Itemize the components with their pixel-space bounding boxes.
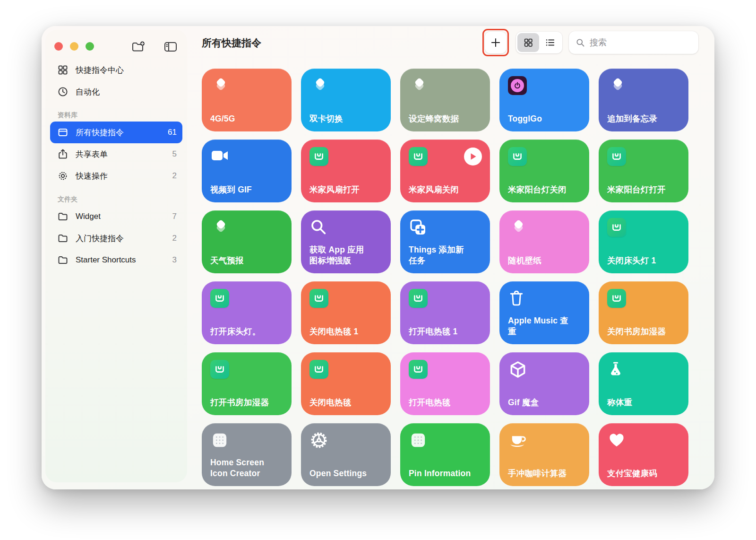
toggle-sidebar-button[interactable] [163,40,178,53]
shortcuts-window: 快捷指令中心 自动化 资料库 所有快捷指令 61 共享表单 5 快速操作 2文件… [42,26,714,489]
shortcut-card-label: 打开电热毯 1 [409,326,481,337]
sidebar-section-title: 文件夹 [58,195,182,204]
view-mode-segmented-control [516,32,562,53]
grid-view-icon [523,37,533,48]
zoom-window-button[interactable] [86,42,94,51]
shortcut-card[interactable]: 打开床头灯。 [202,281,292,344]
shortcut-card[interactable]: 称体重 [599,352,688,415]
shortcut-card[interactable]: 视频到 GIF [202,139,292,202]
mihome-icon [309,289,328,308]
shortcut-card[interactable]: 手冲咖啡计算器 [499,423,589,486]
shortcuts-center-icon [57,64,69,76]
quick-actions-gear-icon [57,170,69,182]
sidebar-item-label: 快捷指令中心 [76,65,177,76]
window-controls [54,42,94,51]
shortcut-card[interactable]: Apple Music 查 重 [499,281,589,344]
list-view-button[interactable] [539,33,561,52]
sidebar-item[interactable]: Starter Shortcuts 3 [50,249,182,271]
shortcut-card[interactable]: TogglGo [499,69,589,131]
togglgo-app-icon [508,76,527,95]
add-task-icon [409,218,428,237]
search-icon [576,38,585,47]
heart-icon [607,431,626,449]
sidebar-item-label: 自动化 [76,87,177,97]
run-play-badge[interactable] [464,148,482,165]
layers-icon [210,76,231,96]
search-input[interactable]: 搜索 [569,31,698,54]
flask-icon [607,360,624,380]
shortcut-card[interactable]: Open Settings [301,423,391,486]
shortcut-card[interactable]: Pin Information [400,423,490,486]
shortcut-card-label: 关闭电热毯 [309,397,382,408]
sidebar-item-count: 5 [172,149,177,159]
shortcut-card-label: 设定蜂窝数据 [409,113,481,124]
shortcut-card-label: Things 添加新 任务 [409,244,481,266]
grid-view-button[interactable] [517,33,539,52]
share-sheet-icon [57,148,69,160]
shortcut-card-label: 米家阳台灯打开 [607,184,680,195]
sidebar-item-label: 共享表单 [76,149,172,160]
shortcut-card[interactable]: 米家阳台灯关闭 [499,139,589,202]
shortcut-card-label: 称体重 [607,397,680,408]
shortcut-card[interactable]: 4G/5G [202,69,292,131]
mihome-icon [309,147,328,166]
shortcut-card-label: 获取 App 应用 图标增强版 [309,244,382,266]
all-shortcuts-icon [57,127,69,138]
shortcut-card-label: TogglGo [508,113,581,124]
mihome-icon [309,360,328,379]
shortcut-card-label: 关闭电热毯 1 [309,326,382,337]
shortcut-card[interactable]: 打开电热毯 1 [400,281,490,344]
shortcuts-grid: 4G/5G 双卡切换 设定蜂窝数据 TogglGo 追加到备忘录 视频到 GIF… [202,69,688,486]
shortcut-card[interactable]: 天气预报 [202,210,292,273]
video-icon [210,147,230,164]
shortcut-card[interactable]: Gif 魔盒 [499,352,589,415]
sidebar-item[interactable]: 快捷指令中心 [50,59,182,81]
close-window-button[interactable] [54,42,63,51]
shortcut-card[interactable]: 随机壁纸 [499,210,589,273]
layers-icon [409,76,430,96]
sidebar-item[interactable]: 快速操作 2 [50,165,182,187]
folder-icon [57,233,69,244]
mihome-icon [210,289,229,308]
shortcut-card-label: Open Settings [309,468,382,479]
shortcut-card[interactable]: 米家风扇关闭 [400,139,490,202]
annotation-highlight-box [482,29,509,56]
shortcut-card-label: 视频到 GIF [210,184,283,195]
shortcut-card[interactable]: 米家风扇打开 [301,139,391,202]
shortcut-card-label: 追加到备忘录 [607,113,680,124]
shortcut-card[interactable]: Things 添加新 任务 [400,210,490,273]
shortcut-card[interactable]: 追加到备忘录 [599,69,688,131]
sidebar-item[interactable]: Widget 7 [50,206,182,227]
folder-plus-icon [131,41,146,53]
shortcut-card[interactable]: 打开电热毯 [400,352,490,415]
minimize-window-button[interactable] [70,42,78,51]
shortcut-card[interactable]: 关闭床头灯 1 [599,210,688,273]
shortcut-card[interactable]: 关闭电热毯 1 [301,281,391,344]
shortcut-card[interactable]: 关闭电热毯 [301,352,391,415]
shortcut-card[interactable]: Home Screen Icon Creator [202,423,292,486]
sidebar-item[interactable]: 所有快捷指令 61 [50,122,182,143]
sidebar: 快捷指令中心 自动化 资料库 所有快捷指令 61 共享表单 5 快速操作 2文件… [45,30,187,482]
shortcut-card-label: 打开书房加湿器 [210,397,283,408]
shortcut-card-label: 双卡切换 [309,113,382,124]
sidebar-item-count: 2 [172,234,177,243]
folder-icon [57,254,69,266]
new-folder-button[interactable] [131,40,146,53]
settings-gear-icon [309,431,328,450]
shortcut-card-label: 米家风扇打开 [309,184,382,195]
sidebar-item[interactable]: 自动化 [50,81,182,103]
shortcut-card[interactable]: 设定蜂窝数据 [400,69,490,131]
new-shortcut-button[interactable] [485,32,507,53]
shortcut-card[interactable]: 关闭书房加湿器 [599,281,688,344]
sidebar-item[interactable]: 共享表单 5 [50,143,182,165]
sidebar-item-label: Starter Shortcuts [76,255,172,265]
shortcut-card[interactable]: 米家阳台灯打开 [599,139,688,202]
sidebar-toggle-icon [164,41,177,52]
shortcut-card[interactable]: 获取 App 应用 图标增强版 [301,210,391,273]
mihome-icon [607,289,626,308]
mihome-icon [607,218,626,237]
sidebar-item[interactable]: 入门快捷指令 2 [50,227,182,249]
shortcut-card[interactable]: 双卡切换 [301,69,391,131]
shortcut-card[interactable]: 支付宝健康码 [599,423,688,486]
shortcut-card[interactable]: 打开书房加湿器 [202,352,292,415]
